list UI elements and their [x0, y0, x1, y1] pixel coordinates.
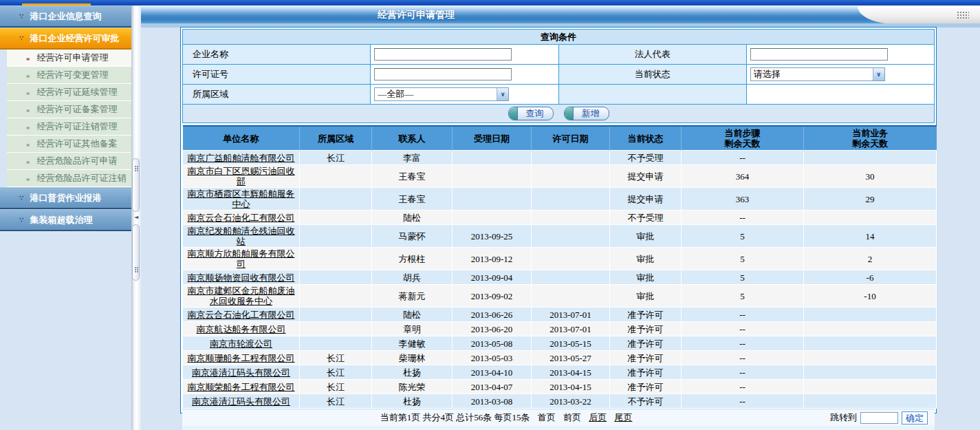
table-row: 南京港清江码头有限公司长江杜扬2013-03-082013-03-22不予许可-… — [183, 394, 937, 409]
data-cell: 5 — [682, 285, 804, 308]
splitter-handle-top[interactable] — [132, 158, 140, 212]
company-link[interactable]: 南京港清江码头有限公司 — [192, 396, 290, 407]
data-cell — [300, 270, 372, 285]
sidebar-item-label: 港口企业经营许可审批 — [30, 32, 119, 45]
sidebar-item[interactable]: »经营许可证其他备案 — [7, 136, 131, 153]
menu-item-arrow-icon: » — [26, 140, 30, 148]
data-cell: 准予许可 — [610, 380, 682, 394]
company-link[interactable]: 南京云合石油化工有限公司 — [188, 213, 295, 223]
sidebar-item-label: 经营许可申请管理 — [37, 52, 109, 64]
company-link[interactable]: 南京市栖霞区丰辉船舶服务中心 — [188, 189, 295, 209]
data-cell: -6 — [804, 270, 937, 285]
data-cell: 审批 — [610, 225, 682, 248]
data-cell: 2013-05-27 — [532, 351, 610, 365]
add-button[interactable]: 新增 — [564, 107, 609, 120]
data-cell: 提交申请 — [610, 165, 682, 188]
data-cell: -10 — [804, 285, 937, 308]
sidebar-item[interactable]: »经营许可证备案管理 — [7, 101, 131, 118]
company-link[interactable]: 南京市白下区恩赐污油回收部 — [188, 166, 295, 186]
sidebar-item[interactable]: ∵集装箱超载治理 — [0, 209, 131, 231]
legal-rep-label: 法人代表 — [558, 45, 746, 65]
last-page-link[interactable]: 尾页 — [614, 412, 632, 422]
empty-input-cell — [746, 85, 934, 105]
jump-page-input[interactable] — [860, 412, 898, 424]
dropdown-arrow-icon[interactable]: ∨ — [873, 68, 884, 80]
data-cell: 2013-05-03 — [453, 351, 532, 365]
region-select[interactable]: —全部— ∨ — [374, 87, 509, 101]
data-cell: 2013-05-15 — [532, 336, 610, 351]
data-cell — [300, 211, 372, 225]
data-cell — [804, 151, 937, 165]
table-row: 南京云合石油化工有限公司陆松2013-06-262013-07-01准予许可-- — [183, 308, 937, 322]
window-grip-dots-icon[interactable] — [957, 12, 969, 19]
data-cell: 准予许可 — [610, 308, 682, 322]
data-cell — [532, 285, 610, 308]
company-link[interactable]: 南京纪发船舶清仓残油回收站 — [188, 226, 295, 246]
menu-group-arrow-icon: ∵ — [19, 194, 23, 202]
next-page-link[interactable]: 后页 — [589, 412, 607, 422]
data-cell: 2013-09-02 — [453, 285, 532, 308]
data-cell: 提交申请 — [610, 188, 682, 211]
first-page-link[interactable]: 首页 — [538, 412, 556, 422]
column-header: 联系人 — [372, 126, 453, 151]
company-name-cell: 南京顺荣船务工程有限公司 — [183, 380, 300, 394]
status-select[interactable]: 请选择 ∨ — [750, 67, 885, 81]
company-link[interactable]: 南京市轮渡公司 — [210, 338, 272, 349]
company-link[interactable]: 南京顺方欣船舶服务有限公司 — [188, 248, 295, 269]
sidebar-splitter[interactable]: ◄ — [131, 6, 141, 430]
company-link[interactable]: 南京航达船务有限公司 — [197, 324, 286, 334]
company-link[interactable]: 南京顺扬物资回收有限公司 — [188, 272, 295, 283]
data-cell — [300, 308, 372, 322]
data-cell: 章明 — [372, 322, 453, 336]
sidebar-item[interactable]: »经营许可申请管理 — [7, 50, 131, 67]
content-panel: 查询条件 企业名称 法人代表 许可证号 当前状态 — [180, 27, 937, 413]
company-link[interactable]: 南京顺荣船务工程有限公司 — [188, 382, 295, 392]
sidebar-item[interactable]: »经营危险品许可证注销 — [7, 170, 131, 187]
collapse-sidebar-arrow-icon[interactable]: ◄ — [133, 213, 140, 222]
company-name-input[interactable] — [374, 48, 512, 61]
sidebar-item[interactable]: ∵港口普货作业报港 — [0, 187, 131, 209]
status-label: 当前状态 — [558, 65, 746, 85]
sidebar-item[interactable]: »经营许可证注销管理 — [7, 118, 131, 136]
form-buttons-row: 查询 新增 — [182, 105, 935, 123]
data-cell — [532, 211, 610, 225]
company-name-cell: 南京港清江码头有限公司 — [183, 394, 300, 409]
prev-page-link[interactable]: 前页 — [563, 412, 581, 422]
search-button[interactable]: 查询 — [508, 107, 554, 120]
data-cell: 5 — [682, 225, 804, 248]
sidebar-item[interactable]: »经营许可证延续管理 — [7, 84, 131, 101]
sidebar-item[interactable]: »经营许可变更管理 — [7, 67, 131, 84]
data-cell: 审批 — [610, 285, 682, 308]
company-link[interactable]: 南京云合石油化工有限公司 — [188, 310, 295, 320]
company-link[interactable]: 南京港清江码头有限公司 — [192, 367, 290, 378]
data-cell: 不予许可 — [610, 394, 682, 409]
table-row: 南京顺方欣船舶服务有限公司方根柱2013-09-12审批52 — [183, 248, 937, 270]
data-cell: 王春宝 — [372, 188, 453, 211]
dropdown-arrow-icon[interactable]: ∨ — [497, 88, 508, 100]
data-cell: 2013-07-01 — [532, 322, 610, 336]
sidebar-item[interactable]: ∵港口企业信息查询 — [0, 6, 131, 28]
sidebar-item[interactable]: ∵港口企业经营许可审批 — [0, 28, 131, 50]
data-cell: 364 — [682, 165, 804, 188]
column-header: 受理日期 — [453, 126, 532, 151]
sidebar-item-label: 港口普货作业报港 — [30, 192, 101, 204]
results-table: 单位名称所属区域联系人受理日期许可日期当前状态当前步骤 剩余天数当前业务 剩余天… — [182, 125, 937, 409]
data-cell — [532, 248, 610, 270]
license-no-input[interactable] — [374, 68, 512, 80]
company-link[interactable]: 南京顺珊船务工程有限公司 — [188, 353, 295, 363]
confirm-jump-button[interactable]: 确定 — [902, 411, 928, 424]
data-cell: 363 — [682, 188, 804, 211]
data-cell: 准予许可 — [610, 336, 682, 351]
data-cell — [453, 151, 532, 165]
data-cell: 审批 — [610, 270, 682, 285]
company-link[interactable]: 南京广益船舶清舱有限公司 — [188, 153, 295, 163]
splitter-grip-dots-icon — [135, 267, 139, 273]
sidebar-item[interactable]: »经营危险品许可申请 — [7, 153, 131, 170]
data-cell: 14 — [804, 225, 937, 248]
company-link[interactable]: 南京市建邺区金元船舶废油水回收服务中心 — [188, 286, 295, 306]
data-cell: -- — [682, 211, 804, 225]
legal-rep-input[interactable] — [750, 48, 888, 61]
splitter-handle-bottom[interactable] — [132, 224, 140, 281]
sidebar-item-label: 经营许可证延续管理 — [37, 86, 118, 98]
company-name-cell: 南京云合石油化工有限公司 — [183, 308, 300, 322]
